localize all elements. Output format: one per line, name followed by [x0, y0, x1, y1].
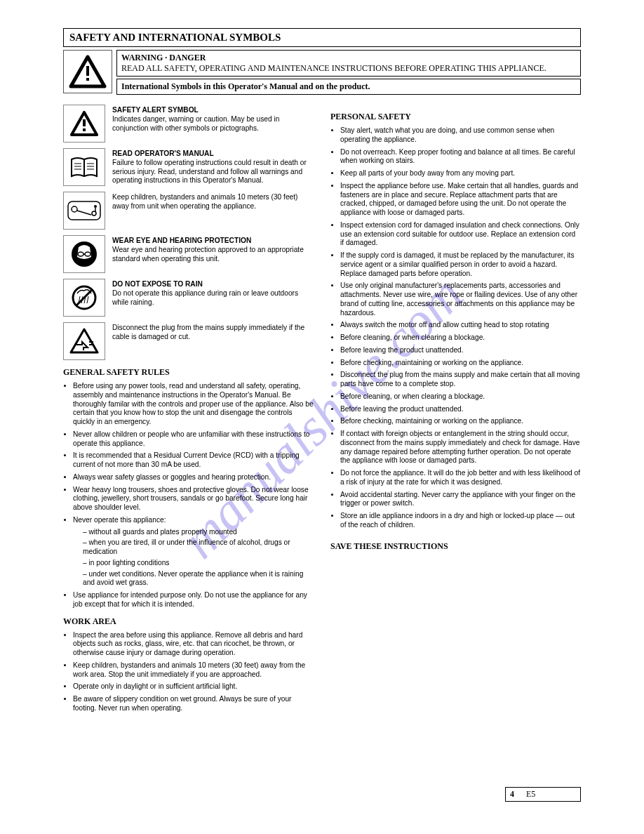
svg-line-28 — [87, 296, 88, 303]
list-item: It is recommended that a Residual Curren… — [73, 451, 314, 470]
page-section: 4 — [510, 789, 514, 799]
svg-rect-2 — [86, 78, 89, 81]
list-item: Use appliance for intended purpose only.… — [73, 591, 314, 609]
svg-point-17 — [94, 205, 97, 208]
list-item: Store an idle appliance indoors in a dry… — [340, 512, 581, 530]
symbol-row: DO NOT EXPOSE TO RAINDo not operate this… — [63, 279, 314, 317]
svg-point-14 — [72, 206, 77, 212]
list-item: Inspect the area before using this appli… — [73, 631, 314, 658]
sym_attention-icon — [63, 105, 105, 143]
list-item: Keep children, bystanders and animals 10… — [73, 661, 314, 680]
symbol-text: Keep children, bystanders and animals 10… — [112, 192, 314, 230]
list-item: Use only original manufacturer's replace… — [340, 282, 581, 317]
list-item: Wear heavy long trousers, shoes and prot… — [73, 486, 314, 512]
list-item: Before leaving the product unattended. — [340, 346, 581, 355]
list-item: If the supply cord is damaged, it must b… — [340, 251, 581, 278]
warning-triangle-icon — [63, 50, 112, 93]
svg-rect-5 — [83, 128, 86, 131]
list-item: Before checking, maintaining or working … — [340, 359, 581, 368]
svg-line-15 — [77, 211, 91, 215]
list-item: Disconnect the plug from the mains suppl… — [340, 371, 581, 389]
personal-heading: PERSONAL SAFETY — [330, 112, 581, 122]
list-item: Avoid accidental starting. Never carry t… — [340, 491, 581, 509]
header-sub-box: International Symbols in this Operator's… — [116, 79, 581, 95]
svg-rect-1 — [86, 66, 89, 76]
symbol-text: DO NOT EXPOSE TO RAINDo not operate this… — [112, 279, 314, 317]
symbol-row: Keep children, bystanders and animals 10… — [63, 192, 314, 230]
header-warning-box: WARNING · DANGER READ ALL SAFETY, OPERAT… — [116, 50, 581, 77]
sym_rain-icon — [63, 279, 105, 317]
page-number-box: 4 E5 — [505, 787, 581, 802]
general-rules-heading: GENERAL SAFETY RULES — [63, 367, 314, 378]
list-item: Keep all parts of your body away from an… — [340, 169, 581, 178]
list-item: If contact with foreign objects or entan… — [340, 430, 581, 465]
page-number: E5 — [526, 789, 535, 799]
list-item: Before using any power tools, read and u… — [73, 382, 314, 427]
list-item: Before cleaning, or when clearing a bloc… — [340, 392, 581, 402]
symbol-text: READ OPERATOR'S MANUALFailure to follow … — [112, 148, 314, 186]
work-area-heading: WORK AREA — [63, 616, 314, 627]
list-item: Before checking, maintaining or working … — [340, 417, 581, 426]
header-row: WARNING · DANGER READ ALL SAFETY, OPERAT… — [63, 50, 581, 95]
list-item: Operate only in daylight or in sufficien… — [73, 682, 314, 691]
symbol-text: WEAR EYE AND HEARING PROTECTIONWear eye … — [112, 235, 314, 273]
warning-text: READ ALL SAFETY, OPERATING AND MAINTENAN… — [121, 63, 546, 73]
list-sub-item: under wet conditions. Never operate the … — [83, 570, 314, 588]
list-item: Before cleaning, or when clearing a bloc… — [340, 333, 581, 343]
symbol-row: Disconnect the plug from the mains suppl… — [63, 322, 314, 360]
list-item: Never allow children or people who are u… — [73, 430, 314, 449]
sym_goggles-icon — [63, 235, 105, 273]
list-item: Before leaving the product unattended. — [340, 405, 581, 414]
list-item: Always switch the motor off and allow cu… — [340, 321, 581, 330]
warning-label: WARNING · DANGER — [121, 53, 206, 62]
list-sub-item: when you are tired, ill or under the inf… — [83, 538, 314, 557]
sym_manual-icon — [63, 148, 105, 186]
left-column: SAFETY ALERT SYMBOLIndicates danger, war… — [63, 105, 314, 717]
symbol-row: SAFETY ALERT SYMBOLIndicates danger, war… — [63, 105, 314, 143]
list-item: Stay alert, watch what you are doing, an… — [340, 126, 581, 145]
sym_bystander-icon — [63, 192, 105, 230]
list-item: Do not overreach. Keep proper footing an… — [340, 148, 581, 166]
list-item: Always wear safety glasses or goggles an… — [73, 473, 314, 482]
symbol-row: WEAR EYE AND HEARING PROTECTIONWear eye … — [63, 235, 314, 273]
right-column: PERSONAL SAFETY Stay alert, watch what y… — [330, 105, 581, 717]
list-item: Never operate this appliance:without all… — [73, 516, 314, 588]
svg-rect-4 — [83, 119, 86, 126]
symbol-text: SAFETY ALERT SYMBOLIndicates danger, war… — [112, 105, 314, 143]
list-item: Inspect extension cord for damaged insul… — [340, 221, 581, 248]
sym_plug-icon — [63, 322, 105, 360]
symbol-text: Disconnect the plug from the mains suppl… — [112, 322, 314, 360]
title-box: SAFETY AND INTERNATIONAL SYMBOLS — [63, 28, 581, 47]
list-item: Do not force the appliance. It will do t… — [340, 469, 581, 487]
list-sub-item: in poor lighting conditions — [83, 559, 314, 568]
list-item: Be aware of slippery condition on wet gr… — [73, 695, 314, 713]
list-sub-item: without all guards and plates properly m… — [83, 528, 314, 537]
symbol-row: READ OPERATOR'S MANUALFailure to follow … — [63, 148, 314, 186]
list-item: Inspect the appliance before use. Make c… — [340, 182, 581, 218]
save-note: SAVE THESE INSTRUCTIONS — [330, 541, 581, 552]
